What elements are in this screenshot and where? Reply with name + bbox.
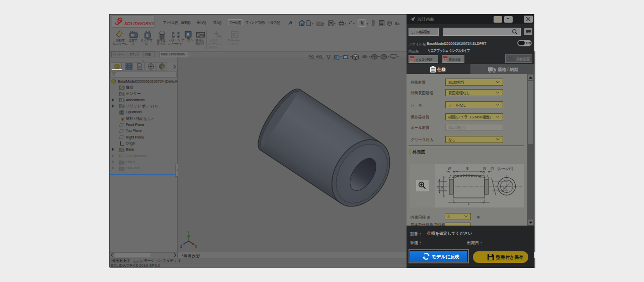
svg-text:PDF: PDF [444, 59, 449, 62]
svg-text:Ba: Ba [395, 22, 399, 25]
svg-text:Σ: Σ [121, 111, 123, 114]
svg-text:SOLIDWORKS: SOLIDWORKS [124, 21, 155, 26]
svg-text:D: D [436, 186, 439, 188]
svg-text:(r): (r) [491, 166, 494, 170]
svg-text:W: W [448, 167, 451, 170]
svg-text:Z: Z [180, 245, 182, 248]
svg-text:X: X [195, 245, 197, 248]
svg-text:PDF: PDF [411, 59, 416, 62]
svg-text:(シール付): (シール付) [498, 167, 513, 171]
svg-text:D1: D1 [441, 185, 444, 189]
svg-text:Y: Y [188, 231, 190, 234]
svg-text:B: B [466, 167, 468, 170]
svg-text:W: W [483, 167, 487, 170]
svg-text:A: A [186, 32, 190, 37]
svg-text:dr: dr [503, 186, 507, 189]
